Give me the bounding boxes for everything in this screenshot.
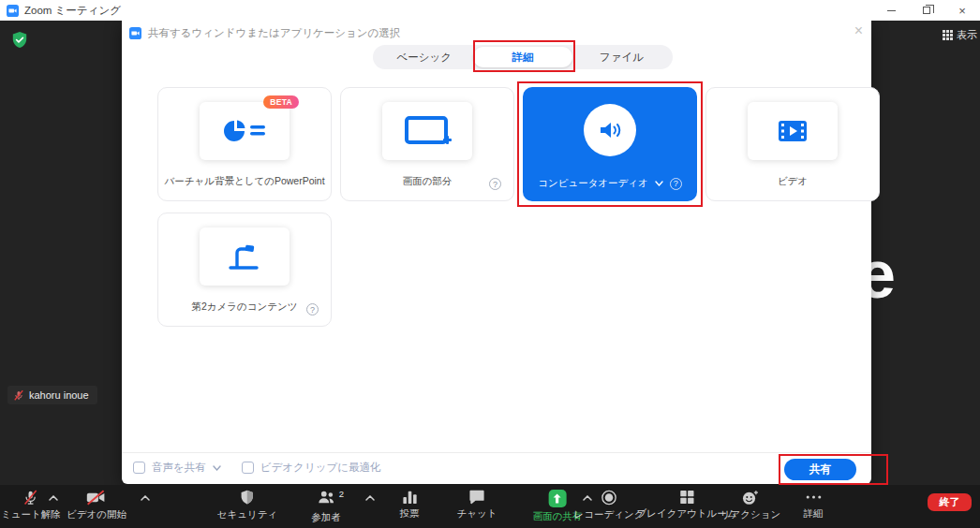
muted-camera-icon (86, 490, 106, 506)
view-button[interactable]: 表示 (943, 28, 977, 42)
help-icon[interactable]: ? (306, 303, 319, 315)
tab-basic[interactable]: ベーシック (375, 47, 473, 67)
video-file-icon (748, 102, 838, 160)
polls-icon (402, 490, 417, 505)
tab-advanced[interactable]: 詳細 (473, 47, 572, 67)
card-powerpoint-virtual-bg[interactable]: BETA バーチャル背景としてのPowerPoint (157, 87, 332, 201)
minimize-button[interactable] (873, 0, 909, 21)
chevron-down-icon[interactable] (213, 465, 221, 471)
security-shield-icon (240, 490, 255, 506)
toolbar-item-more[interactable]: 詳細 (804, 490, 824, 521)
dialog-close-icon[interactable]: × (854, 23, 863, 38)
card-label: バーチャル背景としてのPowerPoint (158, 175, 331, 188)
dialog-title: 共有するウィンドウまたはアプリケーションの選択 (148, 26, 400, 40)
optimize-video-checkbox[interactable]: ビデオクリップに最適化 (242, 461, 381, 475)
beta-badge: BETA (263, 95, 299, 109)
tab-files[interactable]: ファイル (572, 47, 671, 67)
computer-audio-icon (584, 104, 636, 156)
participant-name-tag: kahoru inoue (7, 386, 97, 404)
record-icon (601, 490, 616, 506)
zoom-app-icon (7, 5, 19, 17)
participant-name: kahoru inoue (29, 389, 89, 401)
share-selection-dialog: 共有するウィンドウまたはアプリケーションの選択 × ベーシック 詳細 ファイル … (122, 21, 871, 484)
share-screen-icon (549, 490, 567, 507)
chevron-up-icon[interactable] (49, 495, 58, 501)
participants-icon (317, 490, 335, 505)
more-dots-icon (805, 490, 822, 505)
toolbar-item-recording[interactable]: レコーディング (574, 490, 645, 521)
toolbar-item-reactions[interactable]: リアクション (720, 490, 780, 521)
breakout-rooms-icon (679, 490, 694, 505)
restore-button[interactable] (909, 0, 944, 21)
card-second-camera[interactable]: 第2カメラのコンテンツ ? (157, 213, 332, 327)
powerpoint-virtual-bg-icon: BETA (200, 102, 290, 160)
toolbar-item-participants[interactable]: 2 参加者 (311, 490, 341, 524)
window-title: Zoom ミーティング (24, 4, 121, 18)
card-label: 第2カメラのコンテンツ (158, 301, 331, 314)
card-label: 画面の部分 (341, 175, 513, 188)
checkbox-box[interactable] (242, 462, 254, 474)
screen-portion-icon (382, 102, 472, 160)
meeting-toolbar: ミュート解除 ビデオの開始 セキュリティ 2 参加者 投票 チャット (0, 485, 980, 528)
close-window-button[interactable]: × (944, 0, 980, 21)
chat-icon (468, 490, 484, 505)
document-camera-icon (200, 227, 290, 286)
help-icon[interactable]: ? (670, 178, 682, 190)
zoom-meeting-window: Zoom ミーティング × 表示 e kahoru inoue 共有するウィンド… (0, 0, 980, 528)
card-label: ビデオ (706, 175, 879, 188)
participants-count: 2 (339, 489, 344, 499)
toolbar-item-start-video[interactable]: ビデオの開始 (67, 490, 126, 521)
window-titlebar: Zoom ミーティング × (0, 0, 980, 21)
muted-mic-icon (13, 389, 24, 402)
share-tabbar: ベーシック 詳細 ファイル (373, 45, 673, 69)
grid-view-icon (943, 30, 953, 40)
card-screen-portion[interactable]: 画面の部分 ? (340, 87, 514, 201)
footer-divider (122, 452, 871, 453)
encryption-shield-icon[interactable] (11, 31, 28, 50)
chevron-up-icon[interactable] (141, 495, 150, 501)
chevron-up-icon[interactable] (365, 495, 375, 501)
card-video[interactable]: ビデオ (705, 87, 880, 201)
toolbar-item-chat[interactable]: チャット (457, 490, 497, 521)
checkbox-box[interactable] (133, 462, 145, 474)
view-button-label: 表示 (957, 28, 977, 42)
help-icon[interactable]: ? (489, 178, 501, 190)
reactions-icon (742, 490, 759, 506)
zoom-dialog-icon (129, 27, 141, 39)
end-meeting-button[interactable]: 終了 (928, 493, 972, 511)
share-button[interactable]: 共有 (784, 459, 856, 480)
card-label: コンピュータオーディオ (538, 177, 648, 190)
chevron-down-icon[interactable] (655, 181, 663, 186)
card-computer-audio[interactable]: コンピュータオーディオ ? (523, 87, 697, 201)
toolbar-item-polls[interactable]: 投票 (400, 490, 420, 521)
share-audio-checkbox[interactable]: 音声を共有 (133, 461, 221, 475)
toolbar-item-security[interactable]: セキュリティ (217, 490, 277, 521)
muted-mic-icon (23, 490, 39, 506)
